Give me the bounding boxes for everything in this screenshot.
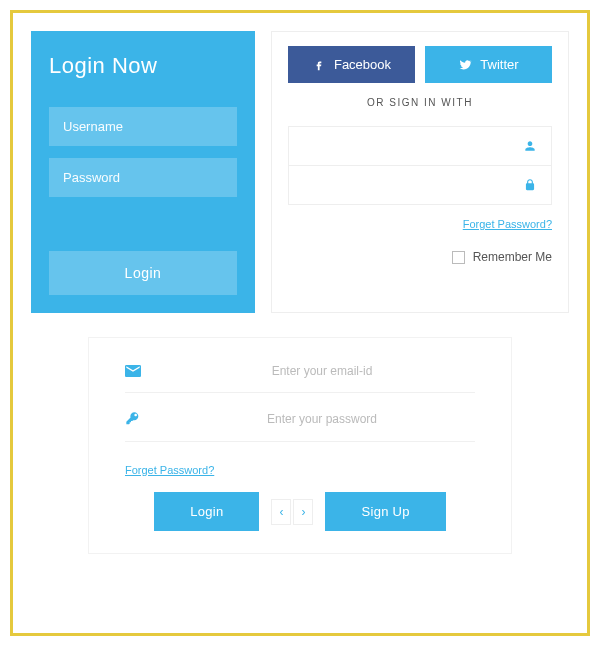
password-row-alt[interactable] bbox=[288, 165, 552, 205]
bottom-button-row: Login ‹ › Sign Up bbox=[125, 492, 475, 531]
forgot-password-link[interactable]: Forget Password? bbox=[288, 218, 552, 230]
social-buttons-row: Facebook Twitter bbox=[288, 46, 552, 83]
remember-label: Remember Me bbox=[473, 250, 552, 264]
forgot-password-link-bottom[interactable]: Forget Password? bbox=[125, 464, 214, 476]
or-sign-in-label: OR SIGN IN WITH bbox=[288, 97, 552, 108]
prev-button[interactable]: ‹ bbox=[271, 499, 291, 525]
email-input-row bbox=[125, 364, 475, 393]
login-button-bottom[interactable]: Login bbox=[154, 492, 259, 531]
login-panel-bottom: Forget Password? Login ‹ › Sign Up bbox=[88, 337, 512, 554]
remember-checkbox[interactable] bbox=[452, 251, 465, 264]
mail-icon bbox=[125, 365, 141, 377]
user-icon bbox=[523, 139, 537, 153]
username-input[interactable] bbox=[49, 107, 237, 146]
password-input-row-bottom bbox=[125, 411, 475, 442]
username-row-alt[interactable] bbox=[288, 126, 552, 166]
next-button[interactable]: › bbox=[293, 499, 313, 525]
twitter-label: Twitter bbox=[480, 57, 518, 72]
app-frame: Login Now Login Facebook Twitter OR SIGN… bbox=[10, 10, 590, 636]
facebook-button[interactable]: Facebook bbox=[288, 46, 415, 83]
lock-icon bbox=[523, 178, 537, 192]
twitter-button[interactable]: Twitter bbox=[425, 46, 552, 83]
login-title: Login Now bbox=[49, 53, 237, 79]
email-input[interactable] bbox=[169, 364, 475, 378]
remember-me-row[interactable]: Remember Me bbox=[288, 250, 552, 264]
twitter-icon bbox=[458, 58, 472, 72]
social-login-panel: Facebook Twitter OR SIGN IN WITH Forget … bbox=[271, 31, 569, 313]
password-input-bottom[interactable] bbox=[169, 412, 475, 426]
top-row: Login Now Login Facebook Twitter OR SIGN… bbox=[31, 31, 569, 313]
password-input[interactable] bbox=[49, 158, 237, 197]
key-icon bbox=[125, 411, 141, 427]
login-panel-blue: Login Now Login bbox=[31, 31, 255, 313]
signup-button[interactable]: Sign Up bbox=[325, 492, 445, 531]
login-button[interactable]: Login bbox=[49, 251, 237, 295]
facebook-icon bbox=[312, 58, 326, 72]
facebook-label: Facebook bbox=[334, 57, 391, 72]
nav-arrows: ‹ › bbox=[271, 499, 313, 525]
